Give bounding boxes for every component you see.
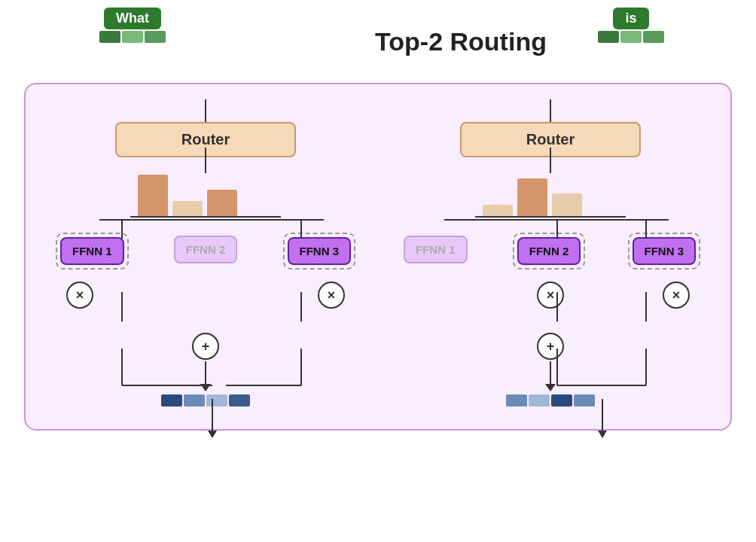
right-arrow-shaft bbox=[550, 361, 551, 384]
embed-seg1 bbox=[99, 31, 120, 43]
left-output-embed bbox=[161, 394, 250, 406]
left-multiply-spacer bbox=[192, 282, 219, 309]
left-dashed-group-3: FFNN 3 bbox=[283, 233, 356, 269]
right-ffnn1: FFNN 1 bbox=[404, 236, 468, 263]
title-routing: Routing bbox=[450, 27, 547, 56]
token-what-embed bbox=[99, 31, 166, 43]
right-out-seg2 bbox=[529, 394, 550, 406]
left-multiply-row: × × bbox=[48, 282, 363, 309]
right-bar-chart-wrapper bbox=[475, 160, 626, 218]
left-arrow-down bbox=[200, 361, 211, 391]
right-multiply-row: × × bbox=[393, 282, 708, 309]
right-out-seg1 bbox=[506, 394, 527, 406]
right-output-embed bbox=[506, 394, 595, 406]
embed-seg2 bbox=[122, 31, 143, 43]
embed-is-seg1 bbox=[598, 31, 619, 43]
right-arrow-head bbox=[545, 384, 556, 391]
title-text-wrapper: Top-2 Routing bbox=[375, 27, 547, 56]
left-multiply-3: × bbox=[318, 282, 345, 309]
out-seg4 bbox=[229, 394, 250, 406]
left-multiply-1: × bbox=[66, 282, 93, 309]
left-bar-chart bbox=[130, 165, 281, 218]
title-text: Top-2 Routing bbox=[375, 27, 547, 56]
right-multiply-2: × bbox=[537, 282, 564, 309]
right-bar-chart bbox=[475, 165, 626, 218]
left-ffnn2-wrapper: FFNN 2 bbox=[171, 233, 241, 266]
out-seg2 bbox=[184, 394, 205, 406]
right-out-seg3 bbox=[551, 394, 572, 406]
right-multiply-3: × bbox=[663, 282, 690, 309]
left-dashed-group-1: FFNN 1 bbox=[56, 233, 129, 269]
right-bar-3 bbox=[552, 193, 582, 216]
right-multiply-spacer bbox=[411, 282, 438, 309]
right-dashed-group-2: FFNN 2 bbox=[513, 233, 586, 269]
token-what: What bbox=[99, 8, 166, 43]
right-ffnn1-wrapper: FFNN 1 bbox=[401, 233, 471, 266]
token-what-label: What bbox=[104, 8, 161, 29]
left-router-box: Router bbox=[115, 122, 296, 157]
right-bar-1 bbox=[483, 205, 513, 216]
left-bar-3 bbox=[207, 190, 237, 216]
left-ffnn1: FFNN 1 bbox=[60, 237, 124, 265]
title-row: What Top-2 Routing is bbox=[9, 8, 747, 75]
embed-is-seg3 bbox=[643, 31, 664, 43]
main-container: What Top-2 Routing is bbox=[9, 8, 747, 534]
purple-container: Router FFNN 1 FFNN 2 bbox=[24, 83, 732, 431]
right-ffnn-row: FFNN 1 FFNN 2 FFNN 3 bbox=[393, 233, 708, 269]
token-is: is bbox=[598, 8, 664, 43]
left-plus-row: + bbox=[48, 333, 363, 360]
out-seg1 bbox=[161, 394, 182, 406]
embed-is-seg2 bbox=[620, 31, 642, 43]
embed-seg3 bbox=[145, 31, 166, 43]
left-ffnn3: FFNN 3 bbox=[288, 237, 352, 265]
token-is-label: is bbox=[613, 8, 648, 29]
right-out-seg4 bbox=[574, 394, 595, 406]
left-bar-1 bbox=[138, 175, 168, 216]
right-router-box: Router bbox=[460, 122, 641, 157]
left-bar-chart-wrapper bbox=[130, 160, 281, 218]
token-is-embed bbox=[598, 31, 664, 43]
out-seg3 bbox=[206, 394, 227, 406]
svg-marker-12 bbox=[208, 431, 217, 438]
right-routing-col: Router FFNN 1 FFNN 2 FFNN 3 bbox=[393, 99, 708, 406]
right-bar-2 bbox=[517, 178, 547, 216]
right-plus: + bbox=[537, 333, 564, 360]
left-ffnn2: FFNN 2 bbox=[174, 236, 238, 263]
left-routing-col: Router FFNN 1 FFNN 2 bbox=[48, 99, 363, 406]
title-top2: Top-2 bbox=[375, 27, 443, 56]
svg-marker-25 bbox=[598, 431, 607, 438]
right-ffnn2: FFNN 2 bbox=[517, 237, 581, 265]
left-arrow-shaft bbox=[205, 361, 206, 384]
left-plus: + bbox=[192, 333, 219, 360]
left-ffnn-row: FFNN 1 FFNN 2 FFNN 3 bbox=[48, 233, 363, 269]
left-arrow-head bbox=[200, 384, 211, 391]
right-dashed-group-3: FFNN 3 bbox=[628, 233, 701, 269]
left-bar-2 bbox=[172, 201, 203, 216]
right-ffnn3: FFNN 3 bbox=[633, 237, 697, 265]
right-arrow-down bbox=[545, 361, 556, 391]
right-plus-row: + bbox=[393, 333, 708, 360]
